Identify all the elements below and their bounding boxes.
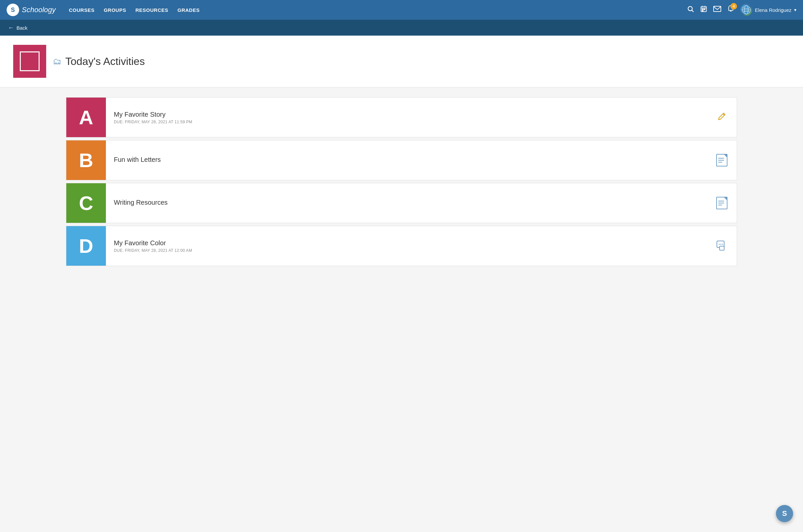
svg-rect-16 bbox=[719, 246, 724, 250]
activity-info-d: My Favorite Color DUE: FRIDAY, MAY 28, 2… bbox=[106, 233, 714, 260]
chat-icon bbox=[716, 240, 727, 251]
logo-circle: S bbox=[6, 4, 19, 16]
activity-list: A My Favorite Story DUE: FRIDAY, MAY 28,… bbox=[66, 97, 737, 269]
svg-line-1 bbox=[692, 10, 693, 12]
activity-thumb-d: D bbox=[66, 226, 106, 266]
activity-info-b: Fun with Letters bbox=[106, 149, 714, 171]
notifications-icon[interactable]: 4 bbox=[727, 5, 734, 15]
activity-icon-c bbox=[714, 195, 730, 211]
pencil-icon bbox=[717, 112, 726, 122]
nav-grades[interactable]: GRADES bbox=[178, 6, 200, 14]
user-menu-chevron: ▾ bbox=[794, 7, 797, 13]
main-content: A My Favorite Story DUE: FRIDAY, MAY 28,… bbox=[0, 87, 803, 279]
activity-info-a: My Favorite Story DUE: FRIDAY, MAY 28, 2… bbox=[106, 104, 714, 131]
search-icon[interactable] bbox=[687, 5, 694, 15]
nav-courses[interactable]: COURSES bbox=[69, 6, 95, 14]
activity-due-d: DUE: FRIDAY, MAY 28, 2021 AT 12:00 AM bbox=[114, 248, 706, 253]
user-menu[interactable]: Elena Rodriguez ▾ bbox=[740, 4, 797, 16]
notification-badge: 4 bbox=[730, 3, 737, 10]
activity-thumb-b: B bbox=[66, 140, 106, 180]
back-label: Back bbox=[17, 25, 28, 31]
nav-groups[interactable]: GROUPS bbox=[104, 6, 126, 14]
nav-links: COURSES GROUPS RESOURCES GRADES bbox=[69, 6, 677, 14]
mail-icon[interactable] bbox=[713, 5, 721, 15]
globe-icon bbox=[740, 4, 752, 16]
page-title: Today's Activities bbox=[65, 55, 145, 68]
activity-item-d[interactable]: D My Favorite Color DUE: FRIDAY, MAY 28,… bbox=[66, 226, 737, 266]
svg-rect-7 bbox=[704, 9, 705, 10]
logo-text: Schoology bbox=[22, 6, 56, 14]
header-thumb-inner bbox=[20, 52, 40, 71]
activity-thumb-a: A bbox=[66, 98, 106, 137]
header-thumbnail bbox=[13, 45, 46, 78]
folder-icon: 🗂 bbox=[53, 56, 61, 66]
activity-name-d: My Favorite Color bbox=[114, 239, 706, 247]
svg-rect-9 bbox=[714, 6, 721, 12]
top-navigation: S Schoology COURSES GROUPS RESOURCES GRA… bbox=[0, 0, 803, 20]
page-header: 🗂 Today's Activities bbox=[0, 36, 803, 87]
activity-item-b[interactable]: B Fun with Letters bbox=[66, 140, 737, 180]
activity-due-a: DUE: FRIDAY, MAY 28, 2021 AT 11:59 PM bbox=[114, 120, 706, 124]
activity-item-a[interactable]: A My Favorite Story DUE: FRIDAY, MAY 28,… bbox=[66, 97, 737, 137]
svg-point-18 bbox=[719, 244, 720, 245]
activity-name-a: My Favorite Story bbox=[114, 111, 706, 118]
svg-point-17 bbox=[720, 244, 722, 245]
float-button-label: S bbox=[782, 509, 787, 518]
activity-info-c: Writing Resources bbox=[106, 192, 714, 214]
nav-right-icons: 4 Elena Rodriguez ▾ bbox=[687, 4, 797, 16]
calendar-icon[interactable] bbox=[700, 5, 707, 15]
document-icon-b bbox=[716, 154, 727, 167]
header-title-area: 🗂 Today's Activities bbox=[53, 55, 145, 68]
activity-item-c[interactable]: C Writing Resources bbox=[66, 183, 737, 223]
svg-point-19 bbox=[722, 244, 723, 245]
svg-rect-8 bbox=[702, 11, 704, 12]
activity-name-c: Writing Resources bbox=[114, 199, 706, 206]
activity-thumb-c: C bbox=[66, 183, 106, 223]
float-button[interactable]: S bbox=[776, 505, 793, 522]
activity-icon-a bbox=[714, 109, 730, 126]
activity-icon-b bbox=[714, 152, 730, 168]
back-arrow-icon: ← bbox=[8, 24, 14, 31]
logo[interactable]: S Schoology bbox=[6, 4, 56, 16]
activity-icon-d bbox=[714, 238, 730, 254]
svg-rect-6 bbox=[702, 9, 704, 10]
user-name: Elena Rodriguez bbox=[755, 7, 791, 13]
svg-point-0 bbox=[688, 6, 692, 11]
document-icon-c bbox=[716, 197, 727, 209]
nav-resources[interactable]: RESOURCES bbox=[135, 6, 168, 14]
activity-name-b: Fun with Letters bbox=[114, 156, 706, 164]
back-bar[interactable]: ← Back bbox=[0, 20, 803, 36]
